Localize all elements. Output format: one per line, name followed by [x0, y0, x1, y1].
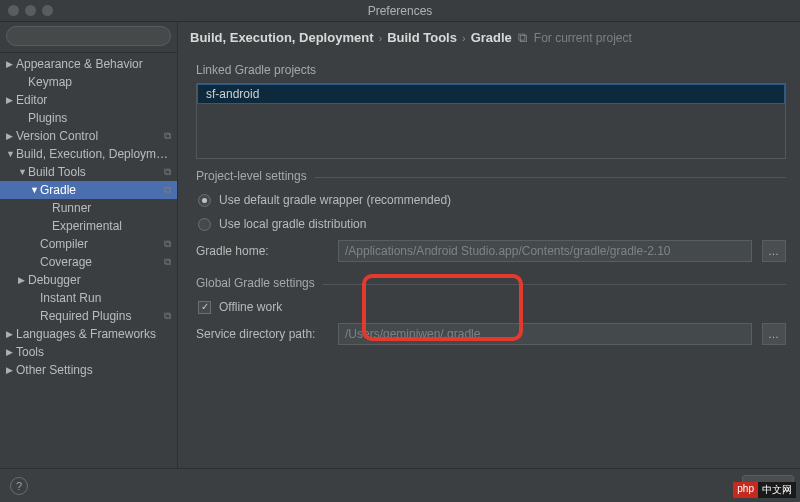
dialog-footer: ? Cancel: [0, 468, 800, 502]
gradle-home-label: Gradle home:: [196, 244, 328, 258]
sidebar-item[interactable]: ▶Languages & Frameworks: [0, 325, 177, 343]
sidebar-item-label: Experimental: [52, 219, 171, 233]
radio-label: Use local gradle distribution: [219, 217, 366, 231]
use-local-distribution-radio[interactable]: Use local gradle distribution: [196, 212, 786, 236]
chevron-down-icon: ▼: [18, 167, 28, 177]
service-dir-label: Service directory path:: [196, 327, 328, 341]
sidebar-item-label: Appearance & Behavior: [16, 57, 171, 71]
window-controls[interactable]: [8, 5, 53, 16]
sidebar-item[interactable]: Coverage⧉: [0, 253, 177, 271]
sidebar-item[interactable]: Plugins: [0, 109, 177, 127]
settings-tree[interactable]: ▶Appearance & BehaviorKeymap▶EditorPlugi…: [0, 53, 177, 468]
chevron-right-icon: ▶: [18, 275, 28, 285]
sidebar-item[interactable]: ▶Version Control⧉: [0, 127, 177, 145]
sidebar-item[interactable]: Keymap: [0, 73, 177, 91]
sidebar-item[interactable]: Experimental: [0, 217, 177, 235]
sidebar-item[interactable]: ▶Editor: [0, 91, 177, 109]
checkbox-label: Offline work: [219, 300, 282, 314]
search-input[interactable]: [6, 26, 171, 46]
chevron-right-icon: ▶: [6, 365, 16, 375]
sidebar-item[interactable]: ▶Tools: [0, 343, 177, 361]
crumb-part: Build Tools: [387, 30, 457, 45]
global-gradle-settings-group: Global Gradle settings: [196, 284, 786, 285]
project-level-settings-title: Project-level settings: [196, 169, 315, 183]
chevron-right-icon: ▶: [6, 95, 16, 105]
sidebar-item-label: Tools: [16, 345, 171, 359]
body: ⌕ ▶Appearance & BehaviorKeymap▶EditorPlu…: [0, 22, 800, 468]
sidebar-item[interactable]: ▶Appearance & Behavior: [0, 55, 177, 73]
content-pane: Build, Execution, Deployment › Build Too…: [178, 22, 800, 468]
preferences-window: Preferences ⌕ ▶Appearance & BehaviorKeym…: [0, 0, 800, 502]
chevron-right-icon: ›: [462, 32, 466, 44]
sidebar-item[interactable]: ▶Debugger: [0, 271, 177, 289]
chevron-right-icon: ▶: [6, 59, 16, 69]
project-scope-icon: ⧉: [164, 130, 177, 142]
checkbox-icon: ✓: [198, 301, 211, 314]
project-scope-icon: ⧉: [164, 166, 177, 178]
sidebar-item[interactable]: ▶Other Settings: [0, 361, 177, 379]
sidebar-item-label: Build Tools: [28, 165, 164, 179]
sidebar-item-label: Plugins: [28, 111, 171, 125]
sidebar-item-label: Languages & Frameworks: [16, 327, 171, 341]
gradle-home-input[interactable]: [338, 240, 752, 262]
service-dir-input[interactable]: [338, 323, 752, 345]
chevron-right-icon: ▶: [6, 347, 16, 357]
project-scope-icon: ⧉: [164, 256, 177, 268]
sidebar-item[interactable]: Instant Run: [0, 289, 177, 307]
chevron-right-icon: ›: [378, 32, 382, 44]
zoom-icon[interactable]: [42, 5, 53, 16]
linked-project-name: sf-android: [206, 87, 259, 101]
window-title: Preferences: [368, 4, 433, 18]
sidebar-item[interactable]: Runner: [0, 199, 177, 217]
crumb-part: Build, Execution, Deployment: [190, 30, 373, 45]
sidebar-item-label: Compiler: [40, 237, 164, 251]
for-current-project-label: For current project: [534, 31, 632, 45]
close-icon[interactable]: [8, 5, 19, 16]
project-scope-icon: ⧉: [164, 184, 177, 196]
browse-gradle-home-button[interactable]: …: [762, 240, 786, 262]
chevron-down-icon: ▼: [30, 185, 40, 195]
sidebar-item[interactable]: ▼Build Tools⧉: [0, 163, 177, 181]
sidebar-item[interactable]: Compiler⧉: [0, 235, 177, 253]
linked-project-item[interactable]: sf-android: [197, 84, 785, 104]
project-level-settings-group: Project-level settings: [196, 177, 786, 178]
global-gradle-settings-title: Global Gradle settings: [196, 276, 323, 290]
settings-panel: Linked Gradle projects sf-android Projec…: [178, 51, 800, 468]
chevron-right-icon: ▶: [6, 131, 16, 141]
sidebar-item-label: Debugger: [28, 273, 171, 287]
offline-work-checkbox[interactable]: ✓ Offline work: [196, 295, 786, 319]
sidebar-item-label: Runner: [52, 201, 171, 215]
gradle-home-row: Gradle home: …: [196, 236, 786, 266]
chevron-down-icon: ▼: [6, 149, 16, 159]
sidebar-item-label: Gradle: [40, 183, 164, 197]
sidebar-item-label: Version Control: [16, 129, 164, 143]
sidebar-item-label: Instant Run: [40, 291, 171, 305]
watermark-a: php: [733, 482, 758, 498]
project-scope-icon: ⧉: [164, 310, 177, 322]
radio-icon: [198, 218, 211, 231]
sidebar-item[interactable]: ▼Gradle⧉: [0, 181, 177, 199]
sidebar-item-label: Coverage: [40, 255, 164, 269]
help-button[interactable]: ?: [10, 477, 28, 495]
use-default-wrapper-radio[interactable]: Use default gradle wrapper (recommended): [196, 188, 786, 212]
project-scope-icon: ⧉: [517, 32, 529, 44]
service-dir-row: Service directory path: …: [196, 319, 786, 349]
sidebar-item-label: Required Plugins: [40, 309, 164, 323]
linked-projects-list[interactable]: sf-android: [196, 83, 786, 159]
sidebar-item-label: Editor: [16, 93, 171, 107]
sidebar: ⌕ ▶Appearance & BehaviorKeymap▶EditorPlu…: [0, 22, 178, 468]
watermark-b: 中文网: [758, 482, 796, 498]
sidebar-item-label: Keymap: [28, 75, 171, 89]
crumb-part: Gradle: [471, 30, 512, 45]
project-scope-icon: ⧉: [164, 238, 177, 250]
radio-icon: [198, 194, 211, 207]
browse-service-dir-button[interactable]: …: [762, 323, 786, 345]
sidebar-item-label: Other Settings: [16, 363, 171, 377]
chevron-right-icon: ▶: [6, 329, 16, 339]
titlebar: Preferences: [0, 0, 800, 22]
linked-projects-label: Linked Gradle projects: [196, 63, 786, 77]
watermark: php 中文网: [733, 482, 796, 498]
minimize-icon[interactable]: [25, 5, 36, 16]
sidebar-item[interactable]: Required Plugins⧉: [0, 307, 177, 325]
sidebar-item[interactable]: ▼Build, Execution, Deployment: [0, 145, 177, 163]
